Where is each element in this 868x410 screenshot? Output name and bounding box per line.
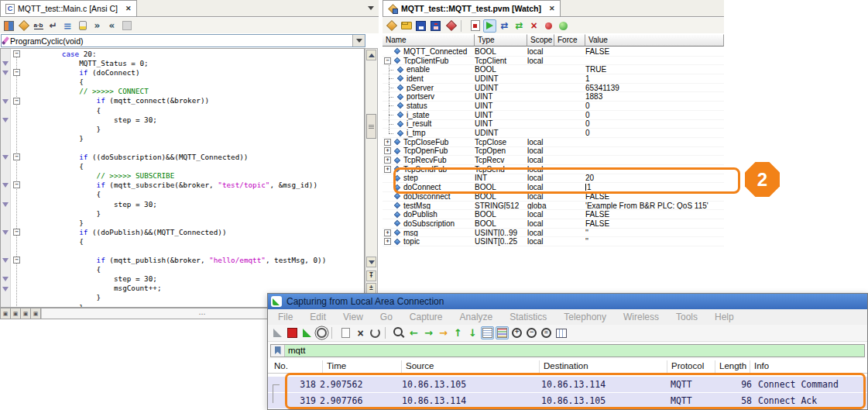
find-packet-icon[interactable] [393, 326, 406, 339]
bookmark-icon[interactable] [76, 19, 89, 33]
goto-line-icon[interactable] [46, 19, 60, 33]
capture-options-icon[interactable] [315, 326, 328, 339]
watch-row[interactable]: enableBOOLTRUE [383, 65, 724, 74]
watch-row[interactable]: doDisconnectBOOLlocalFALSE [383, 192, 724, 202]
code-area[interactable]: case 20: MQTT_Status = 0; if (doConnect)… [0, 48, 365, 308]
watch-row[interactable]: doPublishBOOLlocalFALSE [383, 210, 724, 219]
function-dropdown-icon[interactable] [352, 35, 365, 47]
play-icon[interactable] [483, 19, 496, 33]
tab-watch[interactable]: MQTT_test::MQTT_test.pvm [Watch] ✕ [383, 0, 561, 16]
watch-row[interactable]: doConnectBOOLlocal1 [383, 183, 724, 192]
save-watch-icon[interactable] [414, 19, 427, 33]
watch-row[interactable]: +TcpCloseFubTcpCloselocal [383, 138, 724, 147]
scroll-up-icon[interactable] [366, 50, 376, 60]
close-tab-icon[interactable]: ✕ [125, 5, 132, 12]
packet-column-protocol[interactable]: Protocol [667, 360, 704, 374]
previous-packet-icon[interactable] [407, 326, 420, 339]
watch-row[interactable]: +topicUSINT[0..25local'' [383, 237, 724, 246]
refresh-all-icon[interactable] [513, 19, 526, 33]
watch-row[interactable]: −TcpClientFubTcpClientlocal [383, 57, 724, 66]
watch-row[interactable]: i_tmpUDINT0 [383, 129, 724, 138]
expand-icon[interactable]: + [384, 229, 391, 236]
tab-main-c[interactable]: C MQTT_test::Main.c [Ansi C] ✕ [0, 0, 137, 16]
watch-row[interactable]: pServerUDINT65341139 [383, 84, 724, 93]
watch-variable-icon[interactable] [385, 19, 398, 33]
watch-row[interactable]: +TcpOpenFubTcpOpenlocal [383, 147, 724, 157]
menu-help[interactable]: Help [706, 312, 743, 322]
record-doc-icon[interactable] [468, 19, 482, 33]
watch-value-cell[interactable]: 1 [585, 183, 724, 191]
watch-column-value[interactable]: Value [585, 34, 724, 47]
menu-view[interactable]: View [335, 312, 372, 322]
scroll-down-icon[interactable] [366, 257, 376, 267]
filter-bookmark-button[interactable] [271, 345, 285, 357]
refresh-icon[interactable] [498, 19, 511, 33]
scrollbar-thumb[interactable] [366, 114, 376, 139]
fold-collapse-icon[interactable]: − [13, 153, 20, 160]
start-capture-icon[interactable] [271, 326, 284, 339]
watch-row[interactable]: identUDINT1 [383, 74, 724, 84]
menu-capture[interactable]: Capture [401, 312, 451, 322]
packet-column-info[interactable]: Info [750, 360, 769, 374]
first-packet-icon[interactable] [451, 326, 465, 339]
menu-edit[interactable]: Edit [301, 312, 335, 322]
collapse-icon[interactable]: − [384, 57, 391, 64]
fold-collapse-icon[interactable]: − [13, 181, 20, 188]
fold-collapse-icon[interactable]: − [13, 98, 20, 105]
packet-column-time[interactable]: Time [322, 360, 346, 374]
split-button[interactable]: ▣ [31, 308, 41, 319]
watch-row[interactable]: i_resultUINT0 [383, 120, 724, 129]
close-file-icon[interactable] [354, 326, 367, 339]
watch-row[interactable]: portservUINT1883 [383, 92, 724, 102]
split-button[interactable]: ▣ [1, 308, 11, 319]
comment-icon[interactable] [120, 19, 133, 33]
packet-column-destination[interactable]: Destination [539, 360, 588, 374]
close-tab-icon[interactable]: ✕ [549, 5, 555, 12]
autoscroll-icon[interactable] [481, 326, 494, 339]
watch-variable-icon[interactable] [17, 19, 30, 33]
packet-column-source[interactable]: Source [401, 360, 434, 374]
fold-collapse-icon[interactable]: − [13, 257, 20, 264]
menu-go[interactable]: Go [372, 312, 401, 322]
watch-row[interactable]: +TcpRecvFubTcpRecvlocal [383, 156, 724, 165]
watch-column-name[interactable]: Name [383, 34, 475, 47]
zoom-normal-icon[interactable] [540, 326, 553, 339]
wireshark-title-bar[interactable]: Capturing from Local Area Connection [268, 294, 867, 309]
watch-row[interactable]: i_stateUINT0 [383, 111, 724, 120]
find-replace-icon[interactable] [32, 19, 45, 33]
goto-packet-icon[interactable] [437, 326, 450, 339]
expand-icon[interactable]: + [384, 147, 391, 154]
open-folder-icon[interactable] [400, 19, 413, 33]
fold-collapse-icon[interactable]: − [13, 69, 20, 76]
watch-row[interactable]: +TcpSendFubTcpSendlocal [383, 165, 724, 174]
last-packet-icon[interactable] [466, 326, 479, 339]
next-packet-icon[interactable] [422, 326, 435, 339]
resize-columns-icon[interactable] [554, 326, 568, 339]
menu-telephony[interactable]: Telephony [555, 312, 615, 322]
save-as-icon[interactable] [429, 19, 442, 33]
split-button[interactable]: ▣ [11, 308, 21, 319]
indent-icon[interactable] [91, 19, 104, 33]
restart-capture-icon[interactable] [300, 326, 314, 339]
open-file-icon[interactable] [339, 326, 352, 339]
packet-column-no[interactable]: No. [270, 360, 288, 374]
menu-analyze[interactable]: Analyze [451, 312, 502, 322]
menu-tools[interactable]: Tools [667, 312, 706, 322]
packet-row[interactable]: 3192.90776610.86.13.11410.86.13.105MQTT5… [268, 393, 867, 409]
line-numbers-icon[interactable] [61, 19, 74, 33]
watch-row[interactable]: testMsgSTRING[512globa'Example From B&R … [383, 202, 724, 211]
menu-statistics[interactable]: Statistics [501, 312, 555, 322]
zoom-in-icon[interactable] [510, 326, 523, 339]
menu-file[interactable]: File [269, 312, 301, 322]
split-button[interactable]: ▣ [21, 308, 31, 319]
scroll-page-up-button[interactable]: Ŧ [366, 270, 376, 281]
record-icon[interactable] [542, 19, 555, 33]
watch-column-force[interactable]: Force [554, 34, 585, 47]
delete-variable-icon[interactable] [527, 19, 540, 33]
function-selector[interactable]: ProgramCyclic(void) [1, 34, 365, 47]
expand-icon[interactable]: + [384, 139, 391, 146]
watch-row[interactable]: stepINTlocal20 [383, 174, 724, 184]
fold-collapse-icon[interactable]: − [13, 229, 20, 236]
scroll-page-down-button[interactable]: ± [366, 283, 376, 294]
packet-row[interactable]: 3182.90756210.86.13.10510.86.13.114MQTT9… [268, 377, 867, 393]
